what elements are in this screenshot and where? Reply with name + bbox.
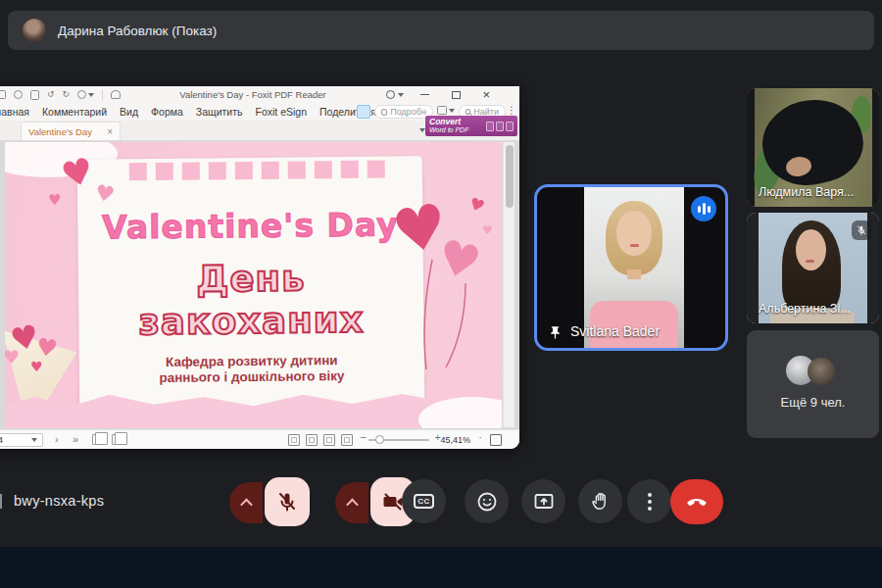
person-face: [796, 229, 826, 270]
page-number-field[interactable]: 4: [0, 433, 43, 447]
tellme-search[interactable]: Подробн: [374, 105, 433, 119]
mic-button[interactable]: [265, 477, 310, 526]
heart-icon: [93, 181, 116, 206]
scrollbar-thumb[interactable]: [506, 145, 514, 208]
menu-view[interactable]: Вид: [120, 106, 138, 118]
maximize-button[interactable]: [452, 86, 461, 103]
more-options-button[interactable]: [627, 479, 671, 523]
redo-icon[interactable]: ↻: [63, 90, 71, 99]
search-icon: [466, 109, 470, 115]
person-face: [616, 211, 652, 256]
quick-tool-icon[interactable]: [111, 90, 121, 99]
participant-name: Svitlana Bader: [570, 323, 660, 339]
clipboard-icon[interactable]: [112, 434, 122, 445]
next-page-icon[interactable]: ›: [55, 432, 59, 447]
continuous-view-icon[interactable]: [306, 434, 318, 446]
menu-form[interactable]: Форма: [151, 106, 183, 118]
heart-icon: [34, 335, 59, 362]
hand-icon: [590, 491, 612, 513]
film-strip-decoration: [129, 161, 385, 181]
hangup-phone-icon: [685, 490, 709, 514]
more-options-icon: [648, 493, 652, 511]
heart-icon: [48, 193, 61, 208]
windows-taskbar: W 30: [0, 547, 882, 588]
slide-title-uk: День закоханих: [78, 256, 424, 344]
undo-icon[interactable]: ↺: [47, 90, 55, 99]
last-page-icon[interactable]: »: [73, 432, 78, 447]
present-button[interactable]: [521, 479, 565, 523]
close-button[interactable]: ×: [482, 86, 490, 103]
save-icon[interactable]: [0, 90, 6, 99]
page-dropdown-caret: [31, 438, 37, 442]
video-edge: [747, 88, 755, 207]
participant-avatar: [808, 358, 835, 385]
menu-home[interactable]: Главная: [0, 106, 29, 118]
meet-window: Дарина Рабовлюк (Показ) ↺ ↻ Valentine's …: [0, 0, 882, 588]
arrow-icon: [496, 122, 504, 131]
side-tile-overflow[interactable]: Ещё 9 чел.: [747, 330, 879, 438]
fullscreen-icon[interactable]: [490, 434, 502, 446]
present-screen-icon: [532, 490, 556, 514]
pdf-doc-icon: [506, 122, 514, 131]
slide-title-en: Valentine's Day: [77, 205, 422, 247]
presenter-avatar: [23, 19, 46, 42]
person-lips: [630, 244, 639, 247]
audio-activity-indicator: [691, 196, 716, 221]
menu-protect[interactable]: Защитить: [196, 106, 243, 118]
book-view-icon[interactable]: [341, 434, 353, 446]
presenting-banner: Дарина Рабовлюк (Показ): [8, 11, 874, 50]
single-page-view-icon[interactable]: [288, 434, 300, 446]
account-button[interactable]: [386, 86, 404, 103]
leave-call-button[interactable]: [670, 479, 723, 524]
menu-esign[interactable]: Foxit eSign: [255, 106, 307, 118]
cc-icon: CC: [414, 494, 434, 509]
menu-comment[interactable]: Комментарий: [42, 106, 107, 118]
slide-canvas: Valentine's Day День закоханих Кафедра р…: [5, 142, 502, 428]
snapshot-icon[interactable]: [92, 434, 103, 445]
facing-view-icon[interactable]: [323, 434, 335, 446]
tab-close-icon[interactable]: ×: [107, 126, 113, 137]
meeting-code-divider: [0, 494, 2, 509]
statusbar-divider: ·: [478, 430, 482, 445]
zoom-value: 45,41%: [440, 435, 470, 445]
minimize-button[interactable]: [420, 86, 429, 103]
person-lips: [806, 260, 814, 263]
side-tile-1[interactable]: Людмила Варя...: [747, 88, 879, 207]
meeting-code: bwy-nsxa-kps: [14, 493, 104, 509]
raise-hand-button[interactable]: [578, 479, 622, 523]
slide-dept-text: Кафедра розвитку дитини раннього і дошкі…: [79, 352, 424, 387]
toolbar-divider: [102, 90, 103, 100]
heart-icon: [482, 224, 493, 236]
smiley-icon: [475, 490, 499, 514]
heart-icon: [467, 195, 487, 216]
side-tile-2[interactable]: Альбертина Зі...: [747, 213, 879, 323]
hand-tool-icon[interactable]: [77, 90, 94, 99]
vertical-scrollbar[interactable]: [503, 142, 514, 427]
presenter-label: Дарина Рабовлюк (Показ): [58, 24, 217, 38]
main-video-tile[interactable]: Svitlana Bader: [534, 184, 728, 351]
video-edge: [872, 88, 879, 207]
read-mode-icon[interactable]: [357, 105, 370, 119]
participant-name: Людмила Варя...: [759, 185, 854, 199]
pin-icon[interactable]: [548, 325, 563, 340]
export-icon[interactable]: [30, 90, 39, 100]
more-tools-icon[interactable]: ⋮: [507, 106, 516, 116]
participant-name: Альбертина Зі...: [759, 302, 851, 316]
pdf-titlebar: ↺ ↻ Valentine's Day - Foxit PDF Reader ×: [0, 86, 519, 103]
captions-button[interactable]: CC: [402, 479, 446, 523]
zoom-slider-knob[interactable]: [375, 435, 384, 444]
reactions-button[interactable]: [465, 479, 509, 523]
video-edge: [747, 213, 759, 323]
overflow-count-label: Ещё 9 чел.: [747, 395, 879, 410]
pdf-document-area: Valentine's Day День закоханих Кафедра р…: [0, 141, 519, 429]
camera-options-caret[interactable]: [335, 482, 368, 523]
mic-options-caret[interactable]: [229, 482, 263, 523]
heart-icon: [30, 360, 43, 373]
zoom-out-icon[interactable]: −: [361, 430, 367, 445]
print-icon[interactable]: [14, 90, 23, 99]
tab-label: Valentine's Day: [28, 126, 92, 137]
document-tab[interactable]: Valentine's Day ×: [21, 122, 121, 140]
slide-card: Valentine's Day День закоханих Кафедра р…: [77, 156, 425, 413]
page-display-icon[interactable]: [437, 106, 455, 115]
convert-word-to-pdf-button[interactable]: Convert Word to PDF: [425, 116, 517, 136]
